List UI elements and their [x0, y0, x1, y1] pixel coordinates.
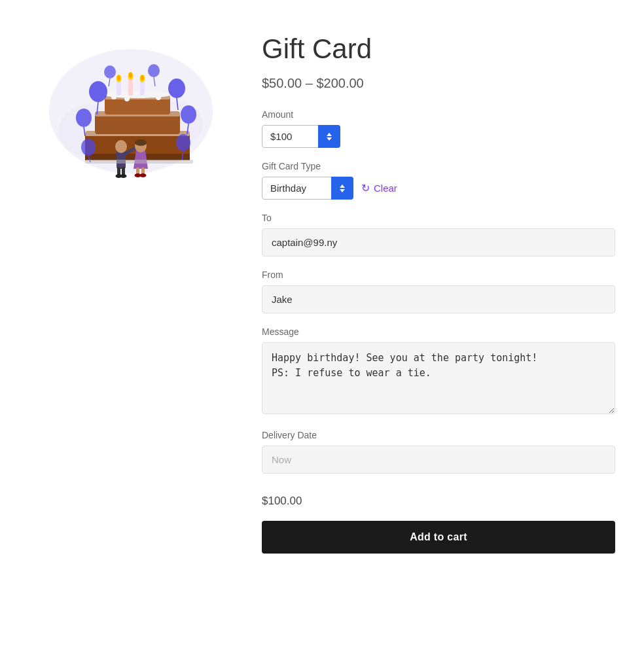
page-container: Gift Card $50.00 – $200.00 Amount $50 $7…	[0, 0, 644, 580]
svg-point-30	[168, 79, 185, 98]
svg-rect-16	[128, 77, 133, 96]
gift-card-type-select-container: Birthday Wedding Holiday Thank You Other	[262, 177, 353, 200]
gift-card-type-select[interactable]: Birthday Wedding Holiday Thank You Other	[262, 177, 353, 200]
to-field-group: To	[262, 213, 615, 256]
svg-point-45	[120, 174, 127, 178]
message-textarea[interactable]: Happy birthday! See you at the party ton…	[262, 342, 615, 414]
svg-point-36	[104, 65, 116, 79]
svg-point-21	[129, 73, 132, 78]
svg-rect-14	[156, 92, 161, 100]
product-image	[39, 26, 223, 183]
svg-point-24	[89, 81, 107, 102]
product-price: $50.00 – $200.00	[262, 76, 615, 91]
svg-point-53	[140, 173, 147, 177]
amount-field-group: Amount $50 $75 $100 $150 $200	[262, 109, 615, 148]
from-input[interactable]	[262, 285, 615, 313]
to-label: To	[262, 213, 615, 223]
svg-point-32	[181, 105, 196, 124]
to-input[interactable]	[262, 228, 615, 256]
svg-point-19	[117, 75, 120, 80]
from-field-group: From	[262, 270, 615, 313]
add-to-cart-button[interactable]: Add to cart	[262, 521, 615, 554]
svg-point-49	[135, 139, 147, 146]
total-price: $100.00	[262, 495, 615, 508]
svg-point-34	[176, 134, 190, 151]
svg-point-23	[141, 75, 144, 80]
clear-button[interactable]: ↻ Clear	[361, 179, 397, 197]
gift-card-type-label: Gift Card Type	[262, 161, 615, 171]
product-title: Gift Card	[262, 33, 615, 65]
svg-point-38	[148, 64, 160, 77]
message-field-group: Message Happy birthday! See you at the p…	[262, 326, 615, 417]
product-details: Gift Card $50.00 – $200.00 Amount $50 $7…	[262, 26, 615, 554]
svg-point-28	[81, 139, 96, 156]
delivery-date-input[interactable]	[262, 446, 615, 474]
refresh-icon: ↻	[361, 182, 370, 194]
gift-card-type-field-group: Gift Card Type Birthday Wedding Holiday …	[262, 161, 615, 200]
svg-rect-11	[111, 92, 116, 99]
from-label: From	[262, 270, 615, 280]
amount-label: Amount	[262, 109, 615, 120]
amount-select-container: $50 $75 $100 $150 $200	[262, 125, 340, 148]
clear-button-label: Clear	[374, 183, 397, 194]
message-label: Message	[262, 326, 615, 337]
amount-select[interactable]: $50 $75 $100 $150 $200	[262, 125, 340, 148]
svg-rect-54	[85, 160, 193, 164]
svg-point-26	[76, 109, 92, 127]
delivery-date-label: Delivery Date	[262, 430, 615, 440]
delivery-date-field-group: Delivery Date	[262, 430, 615, 474]
svg-point-41	[115, 140, 127, 153]
add-to-cart-label: Add to cart	[410, 531, 467, 542]
gift-card-type-wrapper: Birthday Wedding Holiday Thank You Other…	[262, 177, 615, 200]
